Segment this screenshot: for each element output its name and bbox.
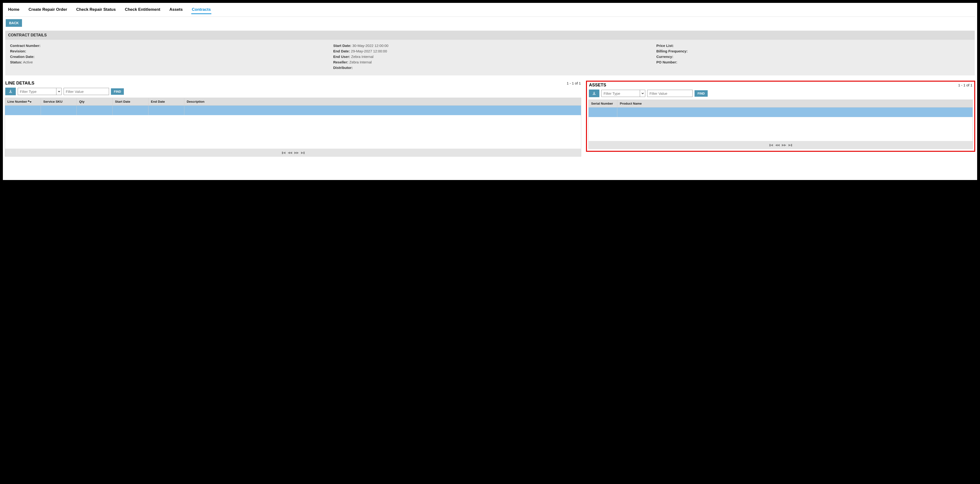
sort-indicator-icon	[28, 100, 32, 103]
assets-pager: ▮◀ ◀◀ ▶▶ ▶▮	[589, 141, 973, 149]
cell-start-date	[113, 105, 148, 115]
app-root: Home Create Repair Order Check Repair St…	[3, 3, 977, 180]
chevron-down-icon[interactable]	[56, 88, 62, 95]
download-icon	[9, 89, 13, 93]
pager-first-icon[interactable]: ▮◀	[282, 151, 285, 154]
pager-last-icon[interactable]: ▶▮	[301, 151, 305, 154]
back-button[interactable]: BACK	[6, 19, 22, 27]
label-revision: Revision:	[10, 49, 26, 53]
label-po-number: PO Number:	[656, 60, 677, 64]
line-details-count: 1 - 1 of 1	[566, 81, 581, 85]
assets-row[interactable]	[589, 107, 973, 117]
assets-count: 1 - 1 of 1	[958, 83, 972, 87]
line-details-filter-type-input[interactable]	[18, 88, 56, 95]
cell-qty	[77, 105, 113, 115]
line-details-filter-row: FIND	[5, 87, 581, 97]
value-start-date: 30-May-2022 12:00:00	[352, 43, 388, 48]
col-qty[interactable]: Qty	[77, 98, 113, 105]
pager-prev-icon[interactable]: ◀◀	[775, 143, 780, 147]
details-col-1: Contract Number: Revision: Creation Date…	[10, 43, 324, 71]
details-col-2: Start Date: 30-May-2022 12:00:00 End Dat…	[333, 43, 647, 71]
details-col-3: Price List: Billing Frequency: Currency:…	[656, 43, 970, 71]
cell-end-date	[148, 105, 185, 115]
assets-filter-row: FIND	[589, 89, 973, 99]
col-serial-number[interactable]: Serial Number	[589, 100, 617, 107]
svg-marker-1	[28, 100, 30, 102]
line-details-empty-area	[5, 115, 581, 149]
assets-filter-type-select[interactable]	[601, 90, 645, 97]
contract-details-body: Contract Number: Revision: Creation Date…	[5, 40, 975, 75]
label-reseller: Reseller:	[333, 60, 348, 64]
label-distributor: Distributor:	[333, 65, 353, 70]
line-details-find-button[interactable]: FIND	[111, 88, 124, 95]
cell-service-sku	[41, 105, 77, 115]
line-details-grid-header: Line Number Service SKU Qty Start Date E…	[5, 98, 581, 105]
label-start-date: Start Date:	[333, 43, 352, 48]
svg-rect-0	[9, 93, 12, 93]
label-end-user: End User:	[333, 54, 350, 59]
nav-create-repair-order[interactable]: Create Repair Order	[28, 6, 68, 14]
label-billing-frequency: Billing Frequency:	[656, 49, 687, 53]
chevron-down-icon[interactable]	[640, 90, 645, 97]
col-service-sku[interactable]: Service SKU	[41, 98, 77, 105]
line-details-pager: ▮◀ ◀◀ ▶▶ ▶▮	[5, 149, 581, 156]
col-start-date[interactable]: Start Date	[113, 98, 148, 105]
line-details-title-row: LINE DETAILS 1 - 1 of 1	[5, 81, 581, 87]
assets-block: ASSETS 1 - 1 of 1 FIND	[586, 81, 975, 152]
assets-download-button[interactable]	[589, 89, 600, 97]
label-price-list: Price List:	[656, 43, 674, 48]
line-details-row[interactable]	[5, 105, 581, 115]
line-details-grid: Line Number Service SKU Qty Start Date E…	[5, 97, 581, 157]
contract-details-header: CONTRACT DETAILS	[5, 30, 975, 40]
assets-grid-header: Serial Number Product Name	[589, 100, 973, 107]
assets-grid: Serial Number Product Name ▮◀ ◀◀ ▶▶ ▶▮	[589, 99, 973, 149]
cell-description	[185, 105, 581, 115]
col-description[interactable]: Description	[185, 98, 581, 105]
label-contract-number: Contract Number:	[10, 43, 41, 48]
svg-rect-3	[593, 94, 595, 95]
assets-filter-type-input[interactable]	[601, 90, 640, 97]
assets-title-row: ASSETS 1 - 1 of 1	[589, 83, 973, 89]
col-product-name[interactable]: Product Name	[617, 100, 973, 107]
nav-assets[interactable]: Assets	[169, 6, 183, 14]
svg-marker-2	[30, 102, 32, 103]
pager-next-icon[interactable]: ▶▶	[782, 143, 786, 147]
value-end-date: 29-May-2027 12:00:00	[351, 49, 387, 53]
line-details-filter-value-input[interactable]	[64, 88, 109, 95]
nav-check-repair-status[interactable]: Check Repair Status	[76, 6, 116, 14]
tables-row: LINE DETAILS 1 - 1 of 1 FIND	[5, 81, 975, 157]
assets-find-button[interactable]: FIND	[695, 90, 708, 97]
cell-serial-number	[589, 107, 617, 117]
col-end-date[interactable]: End Date	[148, 98, 185, 105]
assets-filter-value-input[interactable]	[647, 90, 693, 97]
label-end-date: End Date:	[333, 49, 350, 53]
value-status: Active	[23, 60, 33, 64]
value-end-user: Zebra Internal	[351, 54, 374, 59]
cell-product-name	[617, 107, 973, 117]
contract-details-panel: CONTRACT DETAILS Contract Number: Revisi…	[5, 30, 975, 75]
line-details-filter-type-select[interactable]	[18, 88, 62, 95]
label-creation-date: Creation Date:	[10, 54, 35, 59]
line-details-download-button[interactable]	[5, 88, 16, 95]
col-line-number-label: Line Number	[7, 100, 27, 104]
col-line-number[interactable]: Line Number	[5, 98, 41, 105]
pager-first-icon[interactable]: ▮◀	[769, 143, 773, 147]
assets-title: ASSETS	[589, 83, 606, 88]
nav-home[interactable]: Home	[8, 6, 20, 14]
assets-empty-area	[589, 117, 973, 141]
back-row: BACK	[5, 17, 975, 29]
label-status: Status:	[10, 60, 22, 64]
line-details-title: LINE DETAILS	[5, 81, 34, 86]
line-details-block: LINE DETAILS 1 - 1 of 1 FIND	[5, 81, 581, 157]
pager-next-icon[interactable]: ▶▶	[294, 151, 299, 154]
pager-last-icon[interactable]: ▶▮	[789, 143, 792, 147]
pager-prev-icon[interactable]: ◀◀	[288, 151, 292, 154]
label-currency: Currency:	[656, 54, 673, 59]
top-nav: Home Create Repair Order Check Repair St…	[5, 5, 975, 17]
nav-check-entitlement[interactable]: Check Entitlement	[124, 6, 161, 14]
download-icon	[592, 91, 596, 95]
value-reseller: Zebra Internal	[349, 60, 372, 64]
cell-line-number	[5, 105, 41, 115]
nav-contracts[interactable]: Contracts	[191, 6, 211, 14]
